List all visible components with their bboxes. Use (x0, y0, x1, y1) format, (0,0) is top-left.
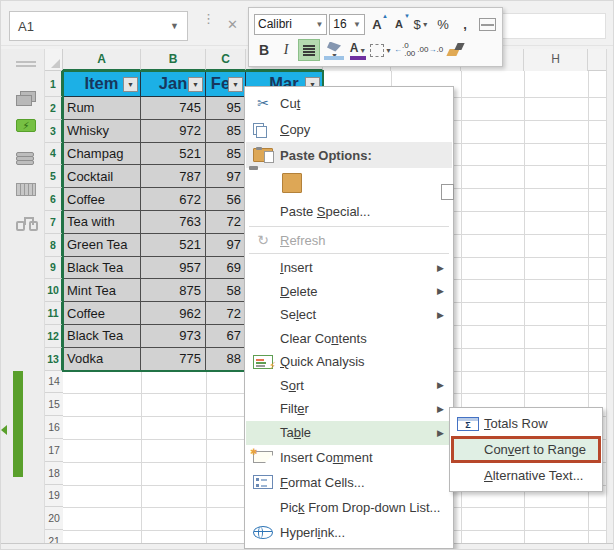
table-header-item[interactable]: Item▼ (63, 71, 141, 97)
cell-item[interactable]: Cocktail (63, 165, 141, 188)
cell-feb[interactable]: 72 (206, 302, 246, 325)
table-header-jan[interactable]: Jan▼ (141, 71, 206, 97)
row-header-20[interactable]: 20 (45, 507, 63, 530)
row-header-6[interactable]: 6 (45, 188, 63, 211)
menu-item-paste-keep-source-formatting[interactable] (246, 168, 452, 198)
cell-feb[interactable]: 69 (206, 257, 246, 280)
menu-item-refresh[interactable]: Refresh (246, 229, 452, 251)
cell-feb[interactable]: 88 (206, 348, 246, 371)
row-header-4[interactable]: 4 (45, 143, 63, 166)
cell-item[interactable]: Green Tea (63, 234, 141, 257)
cell-jan[interactable]: 775 (141, 348, 206, 371)
row-header-1[interactable]: 1 (45, 71, 63, 97)
vertical-dots-icon[interactable]: ⋮ (202, 15, 210, 37)
menu-item-quick-analysis[interactable]: Quick Analysis (246, 350, 452, 374)
menu-item-clear-contents[interactable]: Clear Contents (246, 327, 452, 351)
cell-feb[interactable]: 67 (206, 325, 246, 348)
chevron-down-icon[interactable]: ▼ (359, 47, 366, 54)
menu-item-pick-from-list[interactable]: Pick From Drop-down List... (246, 495, 452, 520)
chevron-down-icon[interactable]: ▼ (385, 47, 392, 54)
cell-item[interactable]: Champag (63, 143, 141, 166)
submenu-item-totals-row[interactable]: ΣTotals Row (451, 411, 601, 436)
chevron-down-icon[interactable]: ▼ (170, 21, 179, 31)
cell-jan[interactable]: 787 (141, 165, 206, 188)
cell-item[interactable]: Coffee (63, 302, 141, 325)
font-name-combo[interactable]: Calibri▼ (254, 14, 327, 35)
cell-jan[interactable]: 875 (141, 279, 206, 302)
cell-feb[interactable]: 97 (206, 234, 246, 257)
chevron-down-icon[interactable]: ▼ (350, 20, 361, 29)
font-color-button[interactable]: A▼ (348, 39, 368, 61)
cell-feb[interactable]: 56 (206, 188, 246, 211)
format-painter-button[interactable] (445, 39, 465, 61)
table-header-feb[interactable]: Feb▼ (206, 71, 246, 97)
binoculars-icon[interactable] (16, 217, 38, 231)
cell-feb[interactable]: 85 (206, 143, 246, 166)
row-header-10[interactable]: 10 (45, 279, 63, 302)
menu-item-paste-options[interactable]: Paste Options: (246, 142, 452, 168)
row-header-15[interactable]: 15 (45, 393, 63, 416)
merge-center-button[interactable] (477, 13, 497, 35)
menu-item-insert[interactable]: Insert▶ (246, 256, 452, 280)
filter-dropdown-icon[interactable]: ▼ (228, 77, 243, 92)
cell-feb[interactable]: 72 (206, 211, 246, 234)
name-box[interactable]: A1 ▼ (9, 11, 188, 41)
filter-dropdown-icon[interactable]: ▼ (123, 77, 138, 92)
percent-style-button[interactable]: % (433, 13, 453, 35)
row-header-12[interactable]: 12 (45, 325, 63, 348)
column-header-H[interactable]: H (524, 49, 588, 71)
cell-item[interactable]: Vodka (63, 348, 141, 371)
decrease-decimal-button[interactable]: .00→.0 (417, 39, 443, 61)
cell-item[interactable]: Black Tea (63, 257, 141, 280)
cell-item[interactable]: Rum (63, 97, 141, 120)
filter-dropdown-icon[interactable]: ▼ (188, 77, 203, 92)
columns-icon[interactable] (16, 183, 36, 196)
row-header-11[interactable]: 11 (45, 302, 63, 325)
cell-jan[interactable]: 972 (141, 120, 206, 143)
menu-item-insert-comment[interactable]: Insert Comment (246, 445, 452, 470)
row-header-16[interactable]: 16 (45, 416, 63, 439)
menu-item-paste-special[interactable]: Paste Special... (246, 198, 452, 224)
layers-icon[interactable] (16, 91, 38, 107)
center-align-button[interactable] (298, 39, 320, 61)
menu-item-cut[interactable]: Cut (246, 90, 452, 116)
submenu-item-convert-to-range[interactable]: Convert to Range (451, 436, 601, 463)
cell-feb[interactable]: 58 (206, 279, 246, 302)
chevron-down-icon[interactable]: ▼ (422, 21, 429, 28)
menu-item-table[interactable]: Table▶ (246, 421, 452, 445)
flash-note-icon[interactable]: ⚡ (16, 119, 36, 132)
cell-jan[interactable]: 521 (141, 143, 206, 166)
menu-item-delete[interactable]: Delete▶ (246, 280, 452, 304)
row-header-2[interactable]: 2 (45, 97, 63, 120)
chevron-down-icon[interactable]: ▼ (312, 20, 323, 29)
row-header-17[interactable]: 17 (45, 439, 63, 462)
menu-item-hyperlink[interactable]: Hyperlink... (246, 520, 452, 545)
submenu-item-alternative-text[interactable]: Alternative Text... (451, 463, 601, 488)
close-icon[interactable]: ✕ (227, 17, 238, 32)
row-header-14[interactable]: 14 (45, 371, 63, 394)
accounting-format-button[interactable]: $▼ (411, 13, 431, 35)
grip-handle-icon[interactable] (16, 61, 36, 67)
cell-item[interactable]: Whisky (63, 120, 141, 143)
cell-jan[interactable]: 973 (141, 325, 206, 348)
cell-jan[interactable]: 957 (141, 257, 206, 280)
select-all-corner[interactable] (45, 49, 63, 71)
row-header-8[interactable]: 8 (45, 234, 63, 257)
cell-feb[interactable]: 97 (206, 165, 246, 188)
cell-feb[interactable]: 85 (206, 120, 246, 143)
decrease-font-size-button[interactable]: A (389, 13, 409, 35)
column-header-A[interactable]: A (63, 49, 141, 71)
menu-item-select[interactable]: Select▶ (246, 303, 452, 327)
italic-button[interactable]: I (276, 39, 296, 61)
cell-jan[interactable]: 763 (141, 211, 206, 234)
cell-item[interactable]: Tea with (63, 211, 141, 234)
cell-jan[interactable]: 672 (141, 188, 206, 211)
menu-item-format-cells[interactable]: Format Cells... (246, 470, 452, 495)
cell-item[interactable]: Black Tea (63, 325, 141, 348)
comma-style-button[interactable]: , (455, 13, 475, 35)
row-header-13[interactable]: 13 (45, 348, 63, 371)
cell-item[interactable]: Coffee (63, 188, 141, 211)
bold-button[interactable]: B (254, 39, 274, 61)
column-header-B[interactable]: B (141, 49, 206, 71)
increase-decimal-button[interactable]: ←.0 .00 (394, 39, 415, 61)
